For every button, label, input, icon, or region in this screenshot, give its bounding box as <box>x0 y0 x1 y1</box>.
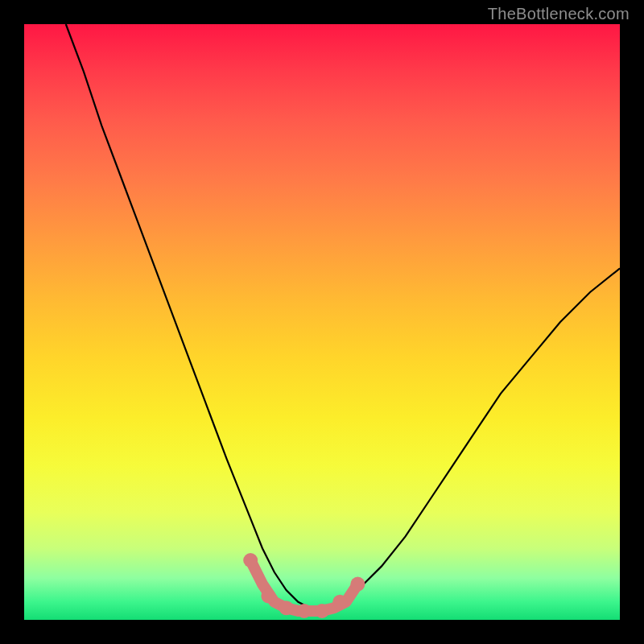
flat-band-marker <box>261 588 275 603</box>
flat-band-marker <box>350 577 365 592</box>
chart-plot-area <box>24 24 620 620</box>
chart-frame: TheBottleneck.com <box>0 0 644 644</box>
bottleneck-curve-main <box>66 24 620 608</box>
flat-band-marker <box>279 601 294 615</box>
flat-band-marker <box>315 604 329 618</box>
flat-band-marker <box>332 595 347 609</box>
flat-band-marker <box>297 604 312 618</box>
flat-band-marker <box>243 553 258 568</box>
watermark-label: TheBottleneck.com <box>488 5 630 23</box>
chart-svg <box>24 24 620 620</box>
